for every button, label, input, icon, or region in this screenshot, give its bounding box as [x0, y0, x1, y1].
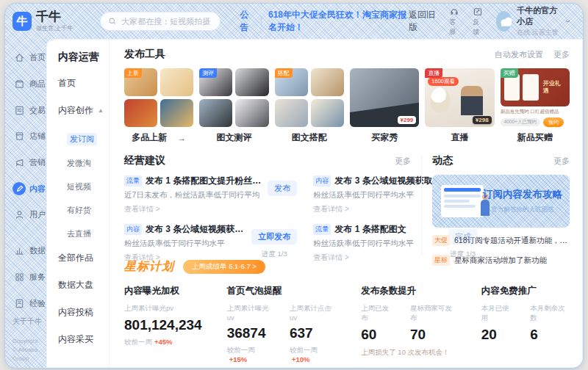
announcement-label: 公告	[240, 9, 254, 34]
missed-opportunity-note: 上周损失了 10 次发布机会！	[361, 348, 456, 358]
announcement-bar[interactable]: 公告 | 618年中大促全民狂欢！淘宝商家报名开始！	[240, 9, 408, 34]
app-title: 千牛	[36, 10, 73, 23]
stat-group-title: 首页气泡提醒	[227, 285, 337, 297]
cloud-icon	[496, 11, 512, 32]
subscribe-guide-banner[interactable]: 订阅内容发布攻略 官方解答你的入驻困惑	[432, 175, 570, 228]
product-thumb	[523, 74, 539, 101]
order-icon	[12, 104, 26, 117]
tool-card-gift[interactable]: 买赠 开业礼遇 新品抢先预约 口红超值赠品 4000+人已预约	[501, 68, 570, 144]
sidebar-item-experience[interactable]: 经验	[12, 290, 46, 316]
metric-value: 70	[410, 327, 456, 343]
sidebar-item-content[interactable]: 内容	[12, 175, 46, 202]
publish-now-button[interactable]: 立即发布	[251, 229, 297, 244]
search-icon	[108, 17, 117, 26]
news-item: 大促 618订阅专题活动开通新功能，抢先试用	[432, 235, 570, 246]
book-icon	[12, 297, 26, 310]
delta-value: +15%	[229, 355, 248, 363]
business-advice-section: 经营建议 更多 流量 发布 1 条搭配图文提升粉丝活跃 近7日未	[124, 154, 421, 256]
metric-label: 上周已发布	[361, 304, 394, 323]
news-more-link[interactable]: 更多	[553, 156, 570, 167]
sidebar-item-users[interactable]: 用户	[12, 202, 46, 228]
card-label: 多品上新	[132, 131, 167, 144]
subnav-group-label: 内容创作	[58, 104, 93, 117]
sidebar-item-label: 店铺	[29, 131, 46, 142]
topbar-right: 返回旧版 客服 反馈 千牛的官方小店 在线 运营主管	[409, 5, 571, 37]
news-section: 动态 更多 订阅内容发布攻略 官方解答你的入驻困惑	[421, 154, 570, 256]
advice-item-title: 发布 1 条搭配图文	[334, 223, 406, 236]
sidebar-item-goods[interactable]: 商品	[12, 71, 46, 98]
auto-publish-settings-link[interactable]: 自动发布设置	[495, 49, 543, 60]
back-to-old-version-link[interactable]: 返回旧版	[409, 9, 436, 34]
sidebar-item-label: 商品	[29, 79, 46, 90]
user-icon	[12, 208, 26, 222]
delta-value: +10%	[292, 355, 310, 363]
weekly-report-button[interactable]: 上周成绩单 6.1-6.7 >	[183, 260, 265, 274]
card-badge: 直播	[425, 68, 442, 78]
sidebar-item-service[interactable]: 服务	[12, 264, 46, 291]
tool-card-live[interactable]: 直播 1600观看 ¥298 直播	[425, 68, 494, 144]
card-badge: 搭配	[275, 68, 293, 78]
subnav-item-data-board[interactable]: 数据大盘	[58, 279, 109, 291]
viewer-count-pill: 1600观看	[428, 77, 459, 86]
subnav-item-home[interactable]: 首页	[58, 77, 109, 90]
advice-more-link[interactable]: 更多	[395, 156, 411, 167]
tool-card-outfit[interactable]: 搭配 图文搭配	[275, 68, 344, 144]
metric-label: 上周累计曝光pv	[124, 304, 202, 313]
advice-badge: 流量	[124, 175, 142, 186]
star-plan-stats: 内容曝光加权 上周累计曝光pv 801,124,234 较前一周+45% 首页气…	[124, 285, 570, 363]
publish-tools-section: 发布工具 自动发布设置 更多 上新 多品上新→ 测评	[124, 48, 570, 144]
sidebar-item-data[interactable]: 数据	[12, 238, 46, 264]
tool-card-buyer-show[interactable]: ¥299 买家秀	[350, 68, 419, 144]
advice-item-desc: 近7日未发布，粉丝活跃率低于同行平均	[124, 190, 262, 200]
app-logo[interactable]: 牛 千牛 做生意,上千牛	[12, 10, 90, 32]
buyer-show-photo: ¥299	[350, 68, 419, 127]
sidebar-item-home[interactable]: 首页	[12, 45, 46, 71]
tool-card-review[interactable]: 测评 图文测评	[199, 68, 268, 144]
advice-item: 流量 发布 1 条搭配图文提升粉丝活跃 近7日未发布，粉丝活跃率低于同行平均 查…	[124, 175, 297, 214]
subnav-item-subscribe[interactable]: 发订阅	[67, 133, 97, 145]
sidebar-item-trade[interactable]: 交易	[12, 97, 46, 123]
subnav-group-creation[interactable]: 内容创作 ▲	[58, 104, 109, 117]
primary-sidebar: 首页 商品 交易 店铺 营销 内容	[5, 39, 46, 368]
account-menu[interactable]: 千牛的官方小店 在线 运营主管	[496, 5, 571, 37]
sidebar-item-shop[interactable]: 店铺	[12, 123, 46, 150]
publish-button[interactable]: 发布	[268, 181, 297, 196]
star-plan-logo: 星标计划	[124, 259, 174, 275]
about-qianniu-link[interactable]: 关于千牛	[12, 316, 46, 327]
card-badge: 上新	[124, 68, 142, 78]
subnav-item-purchase[interactable]: 内容采买	[58, 333, 109, 346]
view-details-link[interactable]: 查看详情 >	[313, 204, 349, 214]
grid-icon	[12, 271, 26, 284]
shop-name: 千牛的官方小店	[517, 5, 559, 27]
sidebar-item-label: 首页	[29, 52, 46, 63]
metric-label: 本月已使用	[481, 304, 514, 323]
chart-icon	[12, 244, 26, 258]
metric-label: 上周累计曝光uv	[227, 304, 273, 322]
metric-label: 本月剩余次数	[530, 304, 570, 323]
sidebar-item-label: 服务	[29, 272, 46, 283]
rail-spacer	[12, 228, 46, 238]
search-input[interactable]: 大家都在搜：短视频拍摄	[100, 12, 220, 31]
customer-service-button[interactable]: 客服	[449, 7, 459, 37]
news-item-text[interactable]: 618订阅专题活动开通新功能，抢先试用	[454, 236, 570, 246]
subnav-item-weitao[interactable]: 发微淘	[67, 158, 109, 169]
price-chip: ¥298	[473, 116, 492, 124]
metric: 上周累计曝光uv 36874 较前一周+15%	[227, 304, 273, 363]
reserve-button[interactable]: 预约	[543, 117, 564, 127]
subnav-item-good-finds[interactable]: 有好货	[67, 205, 109, 216]
flower-decoration	[431, 87, 450, 112]
view-details-link[interactable]: 查看详情 >	[124, 204, 160, 214]
app-tagline: 做生意,上千牛	[36, 24, 73, 32]
subnav-item-go-live[interactable]: 去直播	[67, 228, 109, 239]
sidebar-item-marketing[interactable]: 营销	[12, 150, 46, 176]
metric-value: 20	[481, 327, 514, 343]
card-badge: 测评	[199, 68, 217, 78]
subnav-item-all-works[interactable]: 全部作品	[58, 252, 109, 264]
subnav-item-submission[interactable]: 内容投稿	[58, 306, 109, 319]
subnav-item-short-video[interactable]: 短视频	[67, 181, 109, 192]
tools-more-link[interactable]: 更多	[553, 49, 570, 60]
stat-group-exposure: 内容曝光加权 上周累计曝光pv 801,124,234 较前一周+45%	[124, 285, 202, 363]
feedback-button[interactable]: 反馈	[473, 7, 483, 37]
tool-card-new-arrivals[interactable]: 上新 多品上新→	[124, 68, 193, 144]
metric-value: 637	[290, 325, 336, 341]
